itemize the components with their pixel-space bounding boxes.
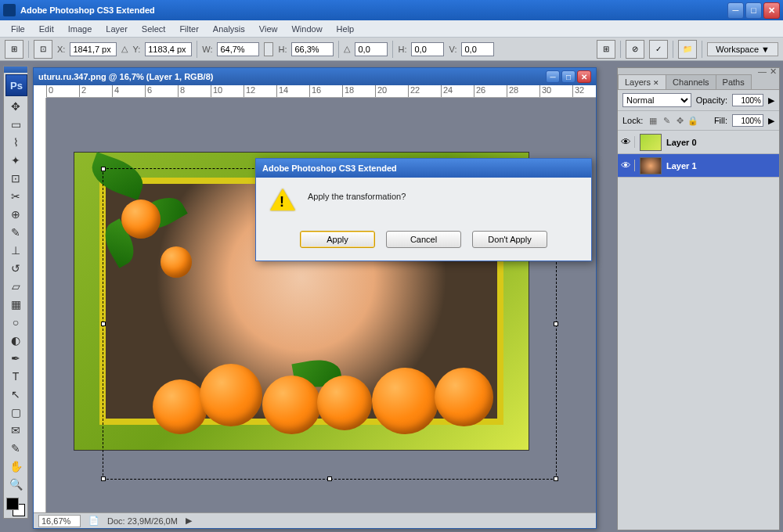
app-titlebar: Adobe Photoshop CS3 Extended ─ □ ✕ (0, 0, 783, 20)
path-select-tool[interactable]: ↖ (5, 386, 26, 403)
cancel-transform-icon[interactable]: ⊘ (626, 40, 644, 59)
doc-info-arrow-icon[interactable]: ▶ (186, 516, 192, 526)
stamp-tool[interactable]: ⊥ (5, 242, 26, 259)
y-input[interactable] (145, 42, 192, 56)
lock-pixels-icon[interactable]: ✎ (661, 116, 672, 126)
layer-thumbnail[interactable] (640, 157, 662, 174)
commit-transform-icon[interactable]: ✓ (649, 40, 668, 59)
fill-input[interactable] (732, 114, 763, 127)
doc-maximize-button[interactable]: □ (561, 70, 576, 83)
marquee-tool[interactable]: ▭ (5, 116, 26, 133)
layer-name[interactable]: Layer 1 (666, 161, 697, 171)
opacity-input[interactable] (732, 94, 763, 106)
document-titlebar[interactable]: uturu.ru.347.png @ 16,7% (Layer 1, RGB/8… (34, 68, 596, 85)
dialog-titlebar[interactable]: Adobe Photoshop CS3 Extended (256, 159, 591, 178)
move-tool[interactable]: ✥ (5, 98, 26, 115)
tab-layers[interactable]: Layers ✕ (618, 74, 666, 89)
maximize-button[interactable]: □ (745, 2, 762, 19)
menu-select[interactable]: Select (135, 23, 172, 35)
fill-label: Fill: (714, 116, 727, 125)
layer-row[interactable]: 👁 Layer 0 (618, 131, 779, 154)
hand-tool[interactable]: ✋ (5, 458, 26, 475)
lasso-tool[interactable]: ⌇ (5, 134, 26, 151)
menu-filter[interactable]: Filter (173, 23, 204, 35)
transform-tool-icon[interactable]: ⊞ (5, 40, 23, 59)
notes-tool[interactable]: ✉ (5, 422, 26, 439)
lock-all-icon[interactable]: 🔒 (687, 116, 698, 126)
heal-tool[interactable]: ⊕ (5, 206, 26, 223)
eyedropper-tool[interactable]: ✎ (5, 440, 26, 457)
hskew-input[interactable] (411, 42, 444, 56)
toolbox: Ps ✥ ▭ ⌇ ✦ ⊡ ✂ ⊕ ✎ ⊥ ↺ ▱ ▦ ○ ◐ ✒ T ↖ ▢ ✉… (3, 66, 28, 519)
visibility-icon[interactable]: 👁 (618, 160, 635, 171)
tab-channels[interactable]: Channels (666, 74, 716, 89)
layer-row[interactable]: 👁 Layer 1 (618, 154, 779, 178)
color-swatches[interactable] (6, 498, 25, 516)
gradient-tool[interactable]: ▦ (5, 296, 26, 313)
lock-transparency-icon[interactable]: ▦ (648, 116, 659, 126)
type-tool[interactable]: T (5, 368, 26, 385)
menu-layer[interactable]: Layer (99, 23, 134, 35)
dont-apply-button[interactable]: Don't Apply (472, 231, 547, 248)
menu-edit[interactable]: Edit (33, 23, 60, 35)
menu-view[interactable]: View (253, 23, 284, 35)
angle-input[interactable] (355, 42, 388, 56)
bridge-icon[interactable]: 📁 (678, 40, 697, 59)
ps-logo-icon[interactable]: Ps (5, 74, 27, 96)
fill-flyout-icon[interactable]: ▶ (768, 116, 774, 126)
close-button[interactable]: ✕ (763, 2, 780, 19)
w-input[interactable] (217, 42, 259, 56)
opacity-flyout-icon[interactable]: ▶ (768, 95, 774, 106)
brush-tool[interactable]: ✎ (5, 224, 26, 241)
app-icon (3, 4, 16, 16)
cancel-button[interactable]: Cancel (386, 231, 461, 248)
menubar: File Edit Image Layer Select Filter Anal… (0, 20, 783, 38)
history-brush-tool[interactable]: ↺ (5, 260, 26, 277)
lock-label: Lock: (622, 116, 643, 125)
workspace-button[interactable]: Workspace ▼ (707, 42, 778, 56)
layer-thumbnail[interactable] (640, 134, 662, 151)
zoom-tool[interactable]: 🔍 (5, 476, 26, 493)
ruler-horizontal[interactable]: 0 2 4 6 8 10 12 14 16 18 20 22 24 26 28 … (46, 85, 596, 98)
visibility-icon[interactable]: 👁 (618, 136, 635, 148)
blur-tool[interactable]: ○ (5, 314, 26, 331)
h-input[interactable] (291, 42, 334, 56)
apply-button[interactable]: Apply (300, 231, 375, 248)
document-statusbar: 16,67% 📄 Doc: 23,9M/26,0M ▶ (34, 512, 596, 528)
menu-window[interactable]: Window (285, 23, 328, 35)
pen-tool[interactable]: ✒ (5, 350, 26, 367)
dodge-tool[interactable]: ◐ (5, 332, 26, 349)
y-label: Y: (132, 45, 140, 54)
crop-tool[interactable]: ⊡ (5, 170, 26, 187)
doc-minimize-button[interactable]: ─ (546, 70, 560, 83)
menu-analysis[interactable]: Analysis (207, 23, 251, 35)
link-wh-icon[interactable] (264, 42, 273, 56)
x-label: X: (57, 45, 65, 54)
tab-paths[interactable]: Paths (716, 74, 752, 89)
menu-help[interactable]: Help (330, 23, 361, 35)
minimize-button[interactable]: ─ (727, 2, 744, 19)
panel-close-icon[interactable]: ✕ (770, 66, 777, 77)
lock-position-icon[interactable]: ✥ (674, 116, 685, 126)
ruler-vertical[interactable] (34, 98, 46, 512)
menu-image[interactable]: Image (62, 23, 99, 35)
slice-tool[interactable]: ✂ (5, 188, 26, 205)
layer-name[interactable]: Layer 0 (666, 138, 697, 147)
vskew-input[interactable] (461, 42, 494, 56)
confirm-dialog: Adobe Photoshop CS3 Extended Apply the t… (255, 158, 592, 261)
x-input[interactable] (70, 42, 117, 56)
eraser-tool[interactable]: ▱ (5, 278, 26, 295)
shape-tool[interactable]: ▢ (5, 404, 26, 421)
doc-info-icon[interactable]: 📄 (88, 516, 99, 526)
menu-file[interactable]: File (5, 23, 31, 35)
blend-mode-select[interactable]: Normal (622, 93, 691, 107)
doc-close-button[interactable]: ✕ (577, 70, 591, 83)
dialog-title: Adobe Photoshop CS3 Extended (262, 164, 397, 173)
zoom-field[interactable]: 16,67% (38, 515, 81, 527)
wand-tool[interactable]: ✦ (5, 152, 26, 169)
delta-icon[interactable]: △ (121, 44, 128, 54)
document-title: uturu.ru.347.png @ 16,7% (Layer 1, RGB/8… (38, 72, 213, 81)
reference-point-icon[interactable]: ⊡ (34, 40, 52, 59)
panel-collapse-icon[interactable]: — (758, 66, 767, 76)
warp-mode-icon[interactable]: ⊞ (597, 40, 615, 59)
